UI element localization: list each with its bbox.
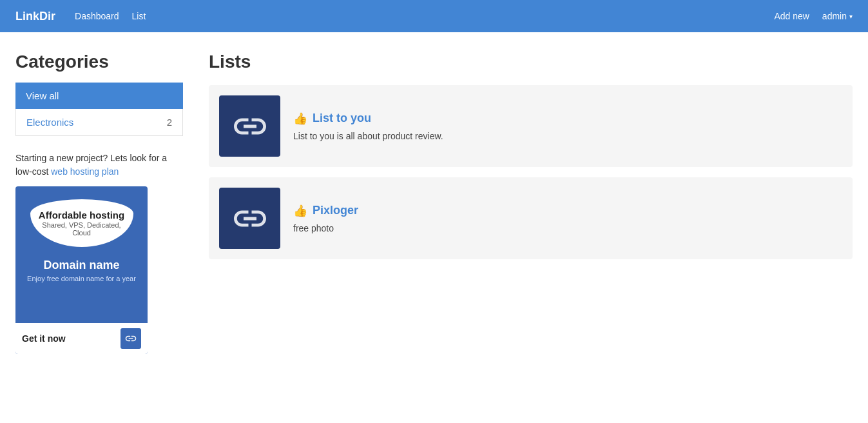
list-item-info-0: 👍 List to you List to you is all about p…	[293, 112, 443, 141]
nav-right: Add new admin ▾	[774, 11, 853, 21]
list-desc-0: List to you is all about product review.	[293, 131, 443, 141]
thumbs-up-icon-1: 👍	[293, 204, 307, 218]
list-name-row-1: 👍 Pixloger	[293, 204, 358, 218]
list-item-info-1: 👍 Pixloger free photo	[293, 204, 358, 233]
category-electronics-count: 2	[167, 117, 172, 128]
list-item: 👍 List to you List to you is all about p…	[209, 85, 853, 167]
promo-link[interactable]: web hosting plan	[51, 166, 119, 177]
lists-title: Lists	[209, 52, 853, 72]
list-item-thumb-1	[219, 188, 280, 249]
ad-domain-title: Domain name	[43, 259, 119, 272]
nav-link-dashboard[interactable]: Dashboard	[75, 11, 119, 21]
ad-banner: Affordable hosting Shared, VPS, Dedicate…	[15, 186, 148, 354]
sidebar-promo: Starting a new project? Lets look for a …	[15, 152, 183, 354]
main-content: Lists 👍 List to you List to you is all a…	[209, 52, 853, 354]
add-new-button[interactable]: Add new	[774, 11, 809, 21]
category-electronics[interactable]: Electronics 2	[15, 109, 183, 136]
ad-domain-sub: Enjoy free domain name for a year	[27, 275, 136, 282]
ad-get-it-label: Get it now	[22, 333, 66, 344]
ad-top-section: Affordable hosting Shared, VPS, Dedicate…	[30, 199, 133, 247]
ad-top-title: Affordable hosting	[37, 210, 127, 221]
admin-caret: ▾	[849, 13, 853, 20]
admin-menu[interactable]: admin ▾	[822, 11, 853, 21]
sidebar: Categories View all Electronics 2 Starti…	[15, 52, 183, 354]
brand-logo: LinkDir	[15, 10, 55, 23]
list-item-thumb-0	[219, 95, 280, 157]
ad-bottom: Get it now	[15, 323, 148, 354]
navbar: LinkDir Dashboard List Add new admin ▾	[0, 0, 868, 32]
list-desc-1: free photo	[293, 223, 358, 233]
ad-chain-icon	[121, 328, 141, 349]
list-name-1[interactable]: Pixloger	[313, 204, 358, 217]
page-container: Categories View all Electronics 2 Starti…	[0, 32, 868, 373]
list-name-row-0: 👍 List to you	[293, 112, 443, 126]
categories-title: Categories	[15, 52, 183, 72]
category-view-all[interactable]: View all	[15, 83, 183, 109]
admin-label: admin	[822, 11, 847, 21]
ad-top-sub: Shared, VPS, Dedicated, Cloud	[37, 221, 127, 237]
list-item: 👍 Pixloger free photo	[209, 177, 853, 259]
nav-link-list[interactable]: List	[132, 11, 146, 21]
list-name-0[interactable]: List to you	[313, 112, 371, 125]
promo-text: Starting a new project? Lets look for a …	[15, 152, 183, 179]
thumbs-up-icon-0: 👍	[293, 112, 307, 126]
category-electronics-label: Electronics	[26, 117, 73, 128]
